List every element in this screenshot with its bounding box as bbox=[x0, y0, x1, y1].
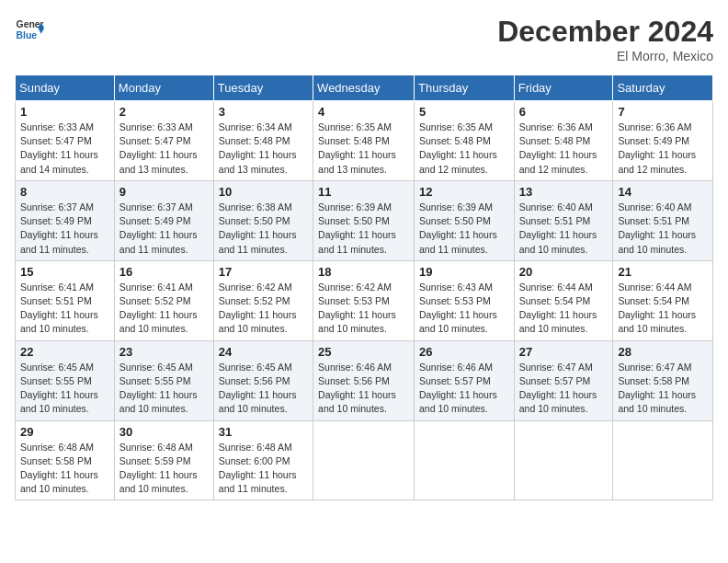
day-number: 13 bbox=[519, 185, 609, 199]
calendar-cell: 27 Sunrise: 6:47 AM Sunset: 5:57 PM Dayl… bbox=[514, 340, 613, 420]
calendar-table: SundayMondayTuesdayWednesdayThursdayFrid… bbox=[15, 75, 713, 500]
calendar-cell: 3 Sunrise: 6:34 AM Sunset: 5:48 PM Dayli… bbox=[213, 101, 313, 181]
day-info: Sunrise: 6:41 AM Sunset: 5:52 PM Dayligh… bbox=[119, 281, 209, 337]
calendar-cell: 13 Sunrise: 6:40 AM Sunset: 5:51 PM Dayl… bbox=[514, 180, 613, 260]
calendar-cell: 7 Sunrise: 6:36 AM Sunset: 5:49 PM Dayli… bbox=[613, 101, 713, 181]
calendar-cell: 26 Sunrise: 6:46 AM Sunset: 5:57 PM Dayl… bbox=[415, 340, 515, 420]
logo: General Blue bbox=[15, 15, 44, 44]
day-info: Sunrise: 6:34 AM Sunset: 5:48 PM Dayligh… bbox=[219, 121, 308, 177]
calendar-cell: 4 Sunrise: 6:35 AM Sunset: 5:48 PM Dayli… bbox=[313, 101, 415, 181]
day-info: Sunrise: 6:44 AM Sunset: 5:54 PM Dayligh… bbox=[618, 281, 708, 337]
weekday-wednesday: Wednesday bbox=[313, 75, 415, 101]
day-info: Sunrise: 6:45 AM Sunset: 5:55 PM Dayligh… bbox=[119, 361, 209, 417]
day-number: 15 bbox=[20, 265, 109, 279]
calendar-cell: 29 Sunrise: 6:48 AM Sunset: 5:58 PM Dayl… bbox=[16, 420, 115, 500]
day-info: Sunrise: 6:48 AM Sunset: 5:58 PM Dayligh… bbox=[20, 441, 109, 497]
weekday-saturday: Saturday bbox=[613, 75, 713, 101]
calendar-week-5: 29 Sunrise: 6:48 AM Sunset: 5:58 PM Dayl… bbox=[16, 420, 713, 500]
day-number: 24 bbox=[219, 345, 308, 359]
day-info: Sunrise: 6:45 AM Sunset: 5:55 PM Dayligh… bbox=[20, 361, 109, 417]
day-number: 28 bbox=[618, 345, 708, 359]
weekday-tuesday: Tuesday bbox=[213, 75, 313, 101]
day-number: 17 bbox=[219, 265, 308, 279]
calendar-cell: 12 Sunrise: 6:39 AM Sunset: 5:50 PM Dayl… bbox=[415, 180, 515, 260]
calendar-cell: 30 Sunrise: 6:48 AM Sunset: 5:59 PM Dayl… bbox=[114, 420, 213, 500]
day-info: Sunrise: 6:36 AM Sunset: 5:49 PM Dayligh… bbox=[618, 121, 708, 177]
title-block: December 2024 El Morro, Mexico bbox=[497, 15, 713, 63]
weekday-header-row: SundayMondayTuesdayWednesdayThursdayFrid… bbox=[16, 75, 713, 101]
day-info: Sunrise: 6:36 AM Sunset: 5:48 PM Dayligh… bbox=[519, 121, 609, 177]
calendar-cell: 23 Sunrise: 6:45 AM Sunset: 5:55 PM Dayl… bbox=[114, 340, 213, 420]
calendar-cell: 18 Sunrise: 6:42 AM Sunset: 5:53 PM Dayl… bbox=[313, 260, 415, 340]
day-number: 7 bbox=[618, 105, 708, 119]
day-info: Sunrise: 6:35 AM Sunset: 5:48 PM Dayligh… bbox=[419, 121, 509, 177]
day-number: 5 bbox=[419, 105, 509, 119]
calendar-week-3: 15 Sunrise: 6:41 AM Sunset: 5:51 PM Dayl… bbox=[16, 260, 713, 340]
day-number: 22 bbox=[20, 345, 109, 359]
day-info: Sunrise: 6:40 AM Sunset: 5:51 PM Dayligh… bbox=[519, 201, 609, 257]
day-info: Sunrise: 6:35 AM Sunset: 5:48 PM Dayligh… bbox=[318, 121, 409, 177]
calendar-cell: 15 Sunrise: 6:41 AM Sunset: 5:51 PM Dayl… bbox=[16, 260, 115, 340]
calendar-cell: 31 Sunrise: 6:48 AM Sunset: 6:00 PM Dayl… bbox=[213, 420, 313, 500]
day-number: 21 bbox=[618, 265, 708, 279]
calendar-cell: 17 Sunrise: 6:42 AM Sunset: 5:52 PM Dayl… bbox=[213, 260, 313, 340]
month-title: December 2024 bbox=[497, 15, 713, 49]
day-info: Sunrise: 6:33 AM Sunset: 5:47 PM Dayligh… bbox=[119, 121, 209, 177]
calendar-cell: 19 Sunrise: 6:43 AM Sunset: 5:53 PM Dayl… bbox=[415, 260, 515, 340]
day-number: 1 bbox=[20, 105, 109, 119]
calendar-cell: 1 Sunrise: 6:33 AM Sunset: 5:47 PM Dayli… bbox=[16, 101, 115, 181]
day-info: Sunrise: 6:39 AM Sunset: 5:50 PM Dayligh… bbox=[419, 201, 509, 257]
day-number: 20 bbox=[519, 265, 609, 279]
day-info: Sunrise: 6:38 AM Sunset: 5:50 PM Dayligh… bbox=[219, 201, 308, 257]
calendar-cell: 25 Sunrise: 6:46 AM Sunset: 5:56 PM Dayl… bbox=[313, 340, 415, 420]
calendar-cell: 20 Sunrise: 6:44 AM Sunset: 5:54 PM Dayl… bbox=[514, 260, 613, 340]
day-number: 16 bbox=[119, 265, 209, 279]
day-info: Sunrise: 6:33 AM Sunset: 5:47 PM Dayligh… bbox=[20, 121, 109, 177]
calendar-cell: 11 Sunrise: 6:39 AM Sunset: 5:50 PM Dayl… bbox=[313, 180, 415, 260]
weekday-sunday: Sunday bbox=[16, 75, 115, 101]
day-number: 14 bbox=[618, 185, 708, 199]
calendar-week-4: 22 Sunrise: 6:45 AM Sunset: 5:55 PM Dayl… bbox=[16, 340, 713, 420]
day-number: 8 bbox=[20, 185, 109, 199]
calendar-cell: 9 Sunrise: 6:37 AM Sunset: 5:49 PM Dayli… bbox=[114, 180, 213, 260]
day-info: Sunrise: 6:37 AM Sunset: 5:49 PM Dayligh… bbox=[119, 201, 209, 257]
day-info: Sunrise: 6:46 AM Sunset: 5:56 PM Dayligh… bbox=[318, 361, 409, 417]
day-info: Sunrise: 6:43 AM Sunset: 5:53 PM Dayligh… bbox=[419, 281, 509, 337]
day-info: Sunrise: 6:42 AM Sunset: 5:53 PM Dayligh… bbox=[318, 281, 409, 337]
day-number: 6 bbox=[519, 105, 609, 119]
day-number: 9 bbox=[119, 185, 209, 199]
day-number: 25 bbox=[318, 345, 409, 359]
day-info: Sunrise: 6:48 AM Sunset: 5:59 PM Dayligh… bbox=[119, 441, 209, 497]
day-info: Sunrise: 6:45 AM Sunset: 5:56 PM Dayligh… bbox=[219, 361, 308, 417]
day-info: Sunrise: 6:37 AM Sunset: 5:49 PM Dayligh… bbox=[20, 201, 109, 257]
day-number: 30 bbox=[119, 425, 209, 439]
weekday-monday: Monday bbox=[114, 75, 213, 101]
calendar-cell: 10 Sunrise: 6:38 AM Sunset: 5:50 PM Dayl… bbox=[213, 180, 313, 260]
calendar-cell: 8 Sunrise: 6:37 AM Sunset: 5:49 PM Dayli… bbox=[16, 180, 115, 260]
day-number: 18 bbox=[318, 265, 409, 279]
day-number: 11 bbox=[318, 185, 409, 199]
calendar-cell: 14 Sunrise: 6:40 AM Sunset: 5:51 PM Dayl… bbox=[613, 180, 713, 260]
weekday-friday: Friday bbox=[514, 75, 613, 101]
day-number: 10 bbox=[219, 185, 308, 199]
day-info: Sunrise: 6:40 AM Sunset: 5:51 PM Dayligh… bbox=[618, 201, 708, 257]
calendar-cell: 5 Sunrise: 6:35 AM Sunset: 5:48 PM Dayli… bbox=[415, 101, 515, 181]
day-info: Sunrise: 6:47 AM Sunset: 5:58 PM Dayligh… bbox=[618, 361, 708, 417]
day-info: Sunrise: 6:42 AM Sunset: 5:52 PM Dayligh… bbox=[219, 281, 308, 337]
svg-text:Blue: Blue bbox=[17, 30, 38, 40]
calendar-week-2: 8 Sunrise: 6:37 AM Sunset: 5:49 PM Dayli… bbox=[16, 180, 713, 260]
calendar-cell: 22 Sunrise: 6:45 AM Sunset: 5:55 PM Dayl… bbox=[16, 340, 115, 420]
location: El Morro, Mexico bbox=[497, 49, 713, 63]
day-info: Sunrise: 6:44 AM Sunset: 5:54 PM Dayligh… bbox=[519, 281, 609, 337]
day-number: 3 bbox=[219, 105, 308, 119]
calendar-body: 1 Sunrise: 6:33 AM Sunset: 5:47 PM Dayli… bbox=[16, 101, 713, 500]
day-number: 23 bbox=[119, 345, 209, 359]
day-number: 19 bbox=[419, 265, 509, 279]
day-info: Sunrise: 6:41 AM Sunset: 5:51 PM Dayligh… bbox=[20, 281, 109, 337]
calendar-cell: 2 Sunrise: 6:33 AM Sunset: 5:47 PM Dayli… bbox=[114, 101, 213, 181]
logo-icon: General Blue bbox=[15, 15, 44, 44]
page-header: General Blue December 2024 El Morro, Mex… bbox=[15, 15, 713, 63]
day-number: 29 bbox=[20, 425, 109, 439]
calendar-cell bbox=[415, 420, 515, 500]
calendar-cell: 21 Sunrise: 6:44 AM Sunset: 5:54 PM Dayl… bbox=[613, 260, 713, 340]
